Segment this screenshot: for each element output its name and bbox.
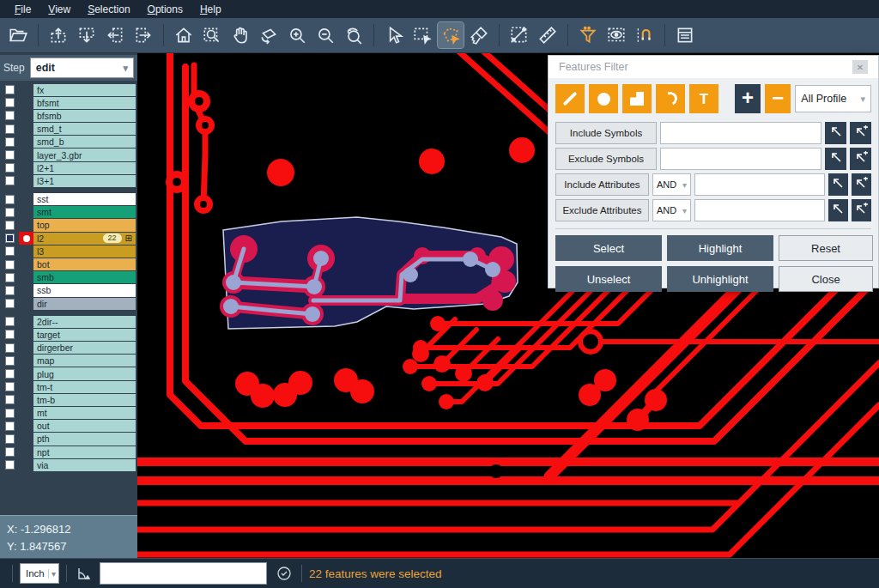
angle-corner-icon[interactable]	[74, 563, 94, 584]
layer-visibility-checkbox[interactable]	[0, 260, 19, 270]
layer-visibility-checkbox[interactable]	[0, 299, 19, 308]
arc-feature-button[interactable]	[656, 84, 685, 113]
layer-name[interactable]: smd_t	[33, 123, 136, 135]
zoom-in-button[interactable]	[284, 22, 310, 48]
layer-row-smb[interactable]: smb	[0, 271, 137, 284]
layer-visibility-checkbox[interactable]	[0, 330, 19, 339]
include-attributes-button[interactable]: Include Attributes	[555, 173, 649, 196]
layer-row-dirgerber[interactable]: dirgerber	[0, 342, 137, 355]
highlight-button[interactable]: Highlight	[667, 235, 773, 261]
move-view-down-button[interactable]	[74, 22, 100, 48]
layer-visibility-checkbox[interactable]	[0, 395, 19, 404]
layer-row-dir[interactable]: dir	[0, 297, 137, 310]
layer-name[interactable]: smd_b	[33, 136, 136, 148]
layer-row-smd_t[interactable]: smd_t	[0, 123, 137, 136]
layer-visibility-checkbox[interactable]	[0, 124, 19, 134]
include-attributes-operator-select[interactable]: AND▾	[652, 173, 691, 196]
layer-row-top[interactable]: top	[0, 219, 137, 232]
include-symbols-button[interactable]: Include Symbols	[555, 122, 657, 144]
text-feature-button[interactable]: T	[689, 84, 718, 113]
exclude-attributes-operator-select[interactable]: AND▾	[652, 199, 691, 221]
exclude-attributes-pick-button[interactable]	[828, 199, 848, 221]
measure-distance-button[interactable]	[506, 22, 532, 48]
layer-row-pth[interactable]: pth	[0, 433, 137, 446]
layer-name[interactable]: plug	[33, 367, 136, 379]
layer-name[interactable]: tm-t	[33, 381, 136, 393]
layer-name[interactable]: bfsmb	[33, 110, 136, 122]
exclude-symbols-pick-button[interactable]	[825, 148, 846, 170]
menu-view[interactable]: View	[40, 2, 78, 17]
layer-visibility-checkbox[interactable]	[0, 176, 19, 185]
layer-name[interactable]: npt	[33, 446, 136, 458]
layer-row-smd_b[interactable]: smd_b	[0, 136, 137, 149]
layer-row-via[interactable]: via	[0, 458, 137, 471]
layer-row-mt[interactable]: mt	[0, 407, 137, 420]
layer-visibility-checkbox[interactable]	[0, 286, 19, 295]
line-feature-button[interactable]	[555, 84, 585, 113]
home-view-button[interactable]	[171, 22, 197, 48]
measure-ruler-button[interactable]	[535, 22, 561, 48]
move-view-left-button[interactable]	[102, 22, 128, 48]
layer-row-l3[interactable]: l3	[0, 245, 137, 258]
exclude-attributes-pick-add-button[interactable]	[852, 199, 871, 221]
include-attributes-pick-add-button[interactable]	[852, 173, 871, 196]
refresh-icon[interactable]	[274, 563, 294, 584]
layer-visibility-checkbox[interactable]	[0, 447, 19, 457]
select-polygon-button[interactable]	[438, 22, 464, 48]
snap-magnet-button[interactable]	[632, 22, 658, 48]
select-arrow-button[interactable]	[381, 22, 407, 48]
close-button[interactable]: Close	[779, 266, 873, 292]
layer-name[interactable]: l3	[33, 246, 136, 258]
layer-name[interactable]: dir	[33, 298, 136, 310]
positive-polarity-button[interactable]: +	[735, 84, 761, 113]
layer-row-smt[interactable]: smt	[0, 206, 137, 219]
command-input[interactable]	[100, 562, 267, 585]
layer-row-target[interactable]: target	[0, 328, 137, 341]
layer-name[interactable]: 2dir--	[33, 316, 136, 328]
surface-feature-button[interactable]	[622, 84, 652, 113]
layer-name[interactable]: bfsmt	[33, 97, 136, 109]
layer-visibility-checkbox[interactable]	[0, 233, 19, 243]
layer-visibility-checkbox[interactable]	[0, 356, 19, 366]
layer-name[interactable]: smt	[33, 206, 136, 218]
layer-name[interactable]: bot	[33, 258, 136, 270]
layer-visibility-checkbox[interactable]	[0, 195, 19, 204]
move-view-right-button[interactable]	[130, 22, 156, 48]
unselect-button[interactable]: Unselect	[555, 266, 662, 292]
features-filter-button[interactable]	[575, 22, 601, 48]
layer-row-out[interactable]: out	[0, 420, 137, 433]
layers-table-button[interactable]	[672, 22, 698, 48]
layer-row-tm-t[interactable]: tm-t	[0, 380, 137, 393]
include-attributes-pick-button[interactable]	[828, 173, 848, 196]
layer-visibility-checkbox[interactable]	[0, 317, 19, 326]
layer-row-ssb[interactable]: ssb	[0, 284, 137, 297]
layer-row-bfsmt[interactable]: bfsmt	[0, 96, 137, 109]
layer-name[interactable]: pth	[33, 433, 136, 445]
menu-selection[interactable]: Selection	[80, 2, 137, 17]
layer-row-2dir--[interactable]: 2dir--	[0, 315, 137, 328]
layer-row-bot[interactable]: bot	[0, 258, 137, 270]
menu-file[interactable]: File	[7, 2, 39, 17]
layer-visibility-checkbox[interactable]	[0, 85, 19, 94]
exclude-attributes-input[interactable]	[694, 199, 825, 221]
layer-name[interactable]: target	[33, 329, 136, 341]
zoom-window-button[interactable]	[199, 22, 225, 48]
unhighlight-button[interactable]: Unhighlight	[667, 266, 773, 292]
include-symbols-pick-add-button[interactable]	[850, 122, 871, 144]
layer-visibility-checkbox[interactable]	[0, 208, 19, 217]
layer-name[interactable]: via	[33, 459, 136, 471]
select-rectangle-button[interactable]	[409, 22, 435, 48]
exclude-symbols-button[interactable]: Exclude Symbols	[555, 148, 657, 170]
layer-visibility-checkbox[interactable]	[0, 273, 19, 282]
view-options-button[interactable]	[603, 22, 629, 48]
open-file-button[interactable]	[5, 22, 31, 48]
layer-row-l2[interactable]: l222⊞	[0, 232, 137, 245]
layer-row-fx[interactable]: fx	[0, 83, 137, 96]
layer-name[interactable]: out	[33, 420, 136, 432]
layer-name[interactable]: top	[33, 219, 136, 231]
layer-name[interactable]: layer_3.gbr	[33, 149, 136, 161]
layer-row-map[interactable]: map	[0, 355, 137, 367]
layer-visibility-checkbox[interactable]	[0, 369, 19, 379]
layer-visibility-checkbox[interactable]	[0, 137, 19, 147]
layer-visibility-checkbox[interactable]	[0, 382, 19, 391]
